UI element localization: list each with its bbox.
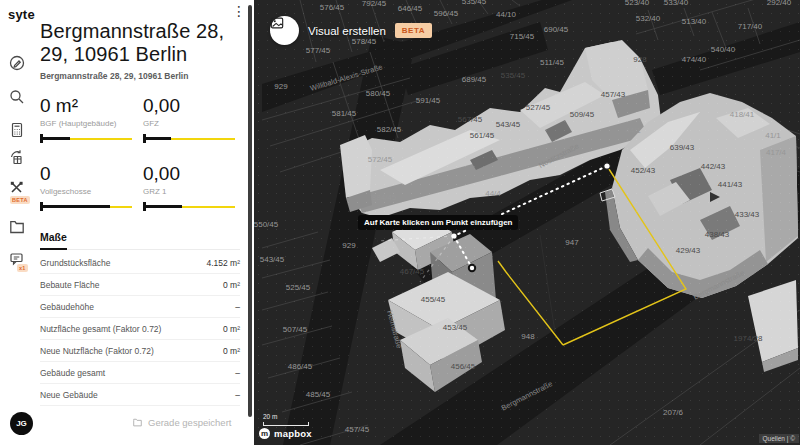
building-label: 442/43	[701, 162, 726, 171]
parcel-label: 41/1	[765, 131, 781, 140]
building-label: 561/45	[470, 131, 495, 140]
overflow-menu-button[interactable]: ⋮	[232, 4, 246, 18]
row-value: –	[235, 390, 240, 400]
icon-rail: syte	[0, 0, 34, 445]
row-label: Nutzfläche gesamt (Faktor 0.72)	[40, 324, 161, 334]
parcel-label: 523/40	[625, 0, 650, 7]
parcel-label: 511/45	[540, 58, 564, 67]
table-row: Neue Nutzfläche (Faktor 0.72)0 m²	[40, 340, 240, 362]
map-drawing: Willibald-Alexis-StraßeHeimstraßeNostitz…	[254, 0, 800, 445]
building-label: 928	[633, 55, 647, 64]
visual-erstellen-button[interactable]: Visual erstellen BETA	[270, 16, 432, 45]
building-label: 467/45	[400, 267, 425, 276]
calculator-icon[interactable]	[8, 121, 26, 139]
tab-masse[interactable]: Maße	[40, 231, 67, 250]
map-canvas[interactable]: Willibald-Alexis-StraßeHeimstraßeNostitz…	[254, 0, 800, 445]
parcel-label: 540/40	[711, 45, 736, 54]
cursor-point	[451, 233, 456, 238]
building-label: 455/45	[421, 295, 446, 304]
tools-beta-badge: BETA	[10, 196, 30, 204]
parcel-label: 44/1	[625, 126, 641, 135]
parcel-label: 577/45	[306, 46, 331, 55]
metric-gfz: 0,00 GFZ	[143, 95, 240, 143]
sidebar-content: ⋮ Bergmannstraße 28, 29, 10961 Berlin Be…	[40, 0, 240, 445]
building-label: 433/43	[735, 210, 760, 219]
tools-icon[interactable]: BETA	[8, 179, 26, 197]
attribution-link[interactable]: Quellen | ©	[759, 434, 800, 443]
image-icon[interactable]	[270, 16, 299, 45]
building-label: 453/45	[443, 323, 468, 332]
parcel-label: 947	[565, 238, 579, 247]
metric-slider[interactable]	[143, 134, 235, 143]
parcel-label: 207/6	[663, 408, 684, 417]
scale-bar: 20 m	[263, 413, 309, 426]
feedback-icon[interactable]: x1	[8, 250, 26, 268]
building-label: 452/43	[631, 166, 656, 175]
parcel-label: 417/4	[766, 148, 787, 157]
metrics-grid: 0 m² BGF (Hauptgebäude) 0,00 GFZ 0 Vollg…	[40, 95, 240, 211]
row-label: Gebäude gesamt	[40, 368, 105, 378]
parcel-label: 580/45	[366, 89, 391, 98]
row-value: –	[235, 368, 240, 378]
sidebar-footer: JG Gerade gespeichert	[0, 401, 254, 445]
visual-erstellen-label: Visual erstellen	[308, 25, 386, 37]
parcel-label: 543/45	[260, 255, 285, 264]
parcel-label: 792/45	[362, 0, 387, 8]
building-label: 535/45	[501, 71, 526, 80]
metric-slider[interactable]	[40, 134, 132, 143]
parcel-label: 582/45	[377, 125, 402, 134]
row-value: 0 m²	[223, 324, 240, 334]
row-value: 4.152 m²	[206, 258, 240, 268]
parcel-label: 572/45	[368, 155, 393, 164]
table-row: Bebaute Fläche0 m²	[40, 274, 240, 296]
parcel-label: 948	[521, 332, 535, 341]
search-icon[interactable]	[8, 88, 26, 106]
parcel-label: 532/40	[636, 14, 661, 23]
building-label: 567/45	[458, 115, 483, 124]
avatar[interactable]: JG	[10, 412, 33, 435]
address-subtitle: Bergmannstraße 28, 29, 10961 Berlin	[40, 71, 240, 81]
visual-beta-badge: BETA	[395, 23, 432, 38]
folder-icon[interactable]	[8, 218, 26, 236]
building-label: 639/43	[670, 143, 695, 152]
parcel-label: 929	[342, 241, 356, 250]
vertex-point	[604, 163, 610, 169]
measurements-table: Grundstücksfläche4.152 m²Bebaute Fläche0…	[40, 252, 240, 406]
parcel-label: 929	[274, 82, 288, 91]
row-label: Gebäudehöhe	[40, 302, 94, 312]
parcel-label: 44/4	[485, 189, 501, 198]
parcel-label: 507/45	[283, 325, 308, 334]
row-label: Neue Gebäude	[40, 390, 98, 400]
app-window: syte	[0, 0, 800, 445]
building-label: 456/45	[451, 362, 476, 371]
building-label: 509/45	[570, 110, 595, 119]
building-label: 527/45	[526, 103, 551, 112]
metric-bgf: 0 m² BGF (Hauptgebäude)	[40, 95, 143, 143]
building-label: 543/45	[496, 120, 521, 129]
sidebar-scrollbar[interactable]	[248, 5, 252, 417]
parcel-label: 418/41	[730, 110, 755, 119]
parcel-label: 485/45	[306, 390, 331, 399]
row-value: 0 m²	[223, 346, 240, 356]
rotate-model-icon[interactable]	[8, 149, 26, 167]
metric-slider[interactable]	[40, 202, 132, 211]
table-row: Gebäude gesamt–	[40, 362, 240, 384]
parcel-label: 535/45	[462, 0, 487, 6]
row-label: Grundstücksfläche	[40, 258, 110, 268]
parcel-label: 486/45	[288, 362, 313, 371]
row-label: Bebaute Fläche	[40, 280, 100, 290]
scale-rule	[263, 422, 309, 426]
parcel-label: 550/45	[254, 220, 279, 229]
mapbox-logo[interactable]: m mapbox	[259, 428, 312, 439]
parcel-label: 646/45	[398, 4, 423, 13]
parcel-label: 44/10	[496, 10, 517, 19]
building-label: 1974/28	[734, 334, 763, 343]
parcel-label: 715/45	[510, 32, 535, 41]
metric-slider[interactable]	[143, 202, 235, 211]
draw-icon[interactable]	[8, 54, 26, 72]
vertex-point	[469, 265, 475, 271]
table-row: Gebäudehöhe–	[40, 296, 240, 318]
building-label: 429/43	[676, 246, 701, 255]
parcel-label: 513/40	[682, 17, 707, 26]
parcel-label: 576/45	[320, 3, 345, 12]
